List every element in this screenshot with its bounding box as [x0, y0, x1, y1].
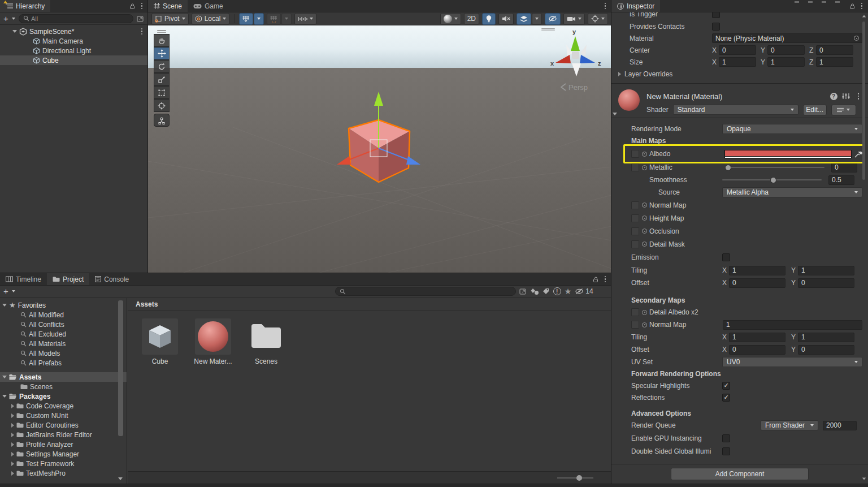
scene-camera-button[interactable]	[563, 13, 585, 25]
search-by-label-icon[interactable]	[542, 288, 550, 295]
hierarchy-row-scene[interactable]: SampleScene*	[0, 27, 148, 36]
object-picker-icon[interactable]	[642, 242, 647, 247]
center-x-field[interactable]: 0	[719, 45, 756, 55]
package-row[interactable]: Editor Coroutines	[0, 420, 127, 430]
view-tool-button[interactable]	[154, 34, 170, 47]
search-by-type-icon[interactable]	[531, 288, 539, 295]
slider-thumb[interactable]	[576, 475, 582, 481]
scene-row-menu-icon[interactable]	[138, 27, 146, 37]
inspector-menu-icon[interactable]	[858, 1, 866, 11]
smoothness-slider[interactable]	[722, 179, 822, 180]
tab-console[interactable]: Console	[89, 273, 134, 285]
favorite-item[interactable]: All Excluded	[0, 329, 127, 339]
move-tool-button[interactable]	[154, 47, 170, 60]
scene-audio-button[interactable]	[498, 13, 514, 25]
scene-viewport[interactable]: y x z Persp	[148, 25, 611, 273]
albedo-texture-slot[interactable]	[631, 150, 639, 158]
emission-checkbox[interactable]	[722, 253, 730, 261]
lock-icon[interactable]	[592, 276, 599, 283]
tab-timeline[interactable]: Timeline	[0, 273, 47, 285]
render-queue-value-field[interactable]: 2000	[823, 421, 857, 430]
favorite-item[interactable]: All Materials	[0, 339, 127, 348]
persp-toggle[interactable]: Persp	[561, 83, 588, 92]
tools-overlay-handle[interactable]	[154, 29, 170, 34]
project-menu-icon[interactable]	[601, 274, 610, 285]
add-component-button[interactable]: Add Component	[671, 468, 809, 480]
asset-scenes-folder[interactable]: Scenes	[242, 318, 290, 365]
normal-map-texture-slot[interactable]	[631, 201, 639, 209]
2d-mode-button[interactable]: 2D	[464, 13, 479, 25]
secondary-tiling-y-field[interactable]: 1	[798, 333, 854, 342]
lock-icon[interactable]	[129, 3, 136, 10]
scale-tool-button[interactable]	[154, 73, 170, 86]
package-row[interactable]: Settings Manager	[0, 449, 127, 459]
grid-snap-button[interactable]	[239, 13, 253, 25]
favorite-item[interactable]: All Prefabs	[0, 358, 127, 368]
tab-scene[interactable]: Scene	[148, 0, 188, 12]
object-picker-icon[interactable]	[642, 216, 647, 221]
presets-icon[interactable]	[842, 93, 850, 100]
object-picker-icon[interactable]	[642, 165, 647, 170]
tab-hierarchy[interactable]: Hierarchy	[0, 0, 50, 12]
layer-overrides-foldout[interactable]: Layer Overrides	[611, 68, 868, 80]
scene-effects-button[interactable]	[517, 13, 531, 25]
tab-inspector[interactable]: Inspector	[611, 0, 660, 12]
secondary-tiling-x-field[interactable]: 1	[729, 333, 785, 342]
center-y-field[interactable]: 0	[767, 45, 805, 55]
create-asset-button[interactable]: +	[3, 288, 8, 294]
hierarchy-search[interactable]	[19, 14, 133, 23]
create-asset-caret-icon[interactable]	[12, 290, 15, 292]
physic-material-field[interactable]: None (Physic Material)	[712, 33, 862, 43]
gpu-instancing-checkbox[interactable]	[722, 434, 730, 442]
secondary-normal-texture-slot[interactable]	[631, 321, 639, 329]
thumbnail-size-slider[interactable]	[557, 477, 593, 479]
transform-tool-button[interactable]	[154, 99, 170, 112]
foldout-open-icon[interactable]	[12, 30, 17, 33]
material-preview-sphere[interactable]	[618, 89, 640, 111]
is-trigger-checkbox[interactable]	[712, 12, 720, 18]
gizmo-center-square[interactable]	[370, 140, 387, 157]
secondary-offset-x-field[interactable]: 0	[729, 345, 785, 355]
project-search[interactable]	[335, 287, 516, 296]
tiling-y-field[interactable]: 1	[798, 266, 854, 275]
height-map-texture-slot[interactable]	[631, 214, 639, 222]
scroll-down-icon[interactable]	[862, 478, 866, 480]
reflections-checkbox[interactable]: ✓	[722, 394, 730, 402]
gizmo-overlay-handle[interactable]	[538, 27, 558, 32]
material-extras-button[interactable]	[831, 105, 856, 115]
size-y-field[interactable]: 1	[767, 57, 805, 67]
create-object-button[interactable]: +	[3, 16, 8, 21]
hierarchy-menu-icon[interactable]	[138, 1, 146, 11]
log-filter-icon[interactable]: !	[553, 287, 561, 295]
render-queue-dropdown[interactable]: From Shader	[761, 420, 818, 430]
lock-icon[interactable]	[849, 3, 856, 10]
scene-visibility-button[interactable]	[545, 13, 561, 25]
tab-project[interactable]: Project	[47, 273, 89, 285]
object-picker-icon[interactable]	[642, 322, 647, 327]
package-row[interactable]: Custom NUnit	[0, 411, 127, 420]
scroll-up-icon[interactable]	[862, 15, 866, 18]
favorite-item[interactable]: All Conflicts	[0, 320, 127, 329]
grid-snap-caret-button[interactable]	[254, 13, 264, 25]
packages-folder-row[interactable]: Packages	[0, 391, 127, 401]
pick-window-icon[interactable]	[137, 15, 145, 22]
snap-settings-button[interactable]	[294, 13, 316, 25]
assets-folder-row[interactable]: Assets	[0, 372, 127, 382]
specular-highlights-checkbox[interactable]: ✓	[722, 382, 730, 390]
hierarchy-row-cube[interactable]: Cube	[0, 55, 148, 65]
favorites-star-icon[interactable]: ★	[565, 287, 572, 296]
asset-cube[interactable]: Cube	[136, 318, 184, 365]
tab-game[interactable]: Game	[188, 0, 229, 12]
albedo-color-swatch[interactable]	[724, 150, 852, 158]
shader-edit-button[interactable]: Edit...	[803, 105, 827, 115]
rect-tool-button[interactable]	[154, 86, 170, 99]
hierarchy-search-input[interactable]	[31, 15, 129, 22]
detail-albedo-texture-slot[interactable]	[631, 308, 639, 316]
favorite-item[interactable]: All Models	[0, 348, 127, 358]
package-row[interactable]: JetBrains Rider Editor	[0, 430, 127, 439]
package-row[interactable]: TextMeshPro	[0, 468, 127, 478]
package-row[interactable]: Code Coverage	[0, 401, 127, 411]
occlusion-texture-slot[interactable]	[631, 227, 639, 235]
shader-dropdown[interactable]: Standard	[673, 105, 798, 115]
shading-mode-button[interactable]	[440, 13, 461, 25]
